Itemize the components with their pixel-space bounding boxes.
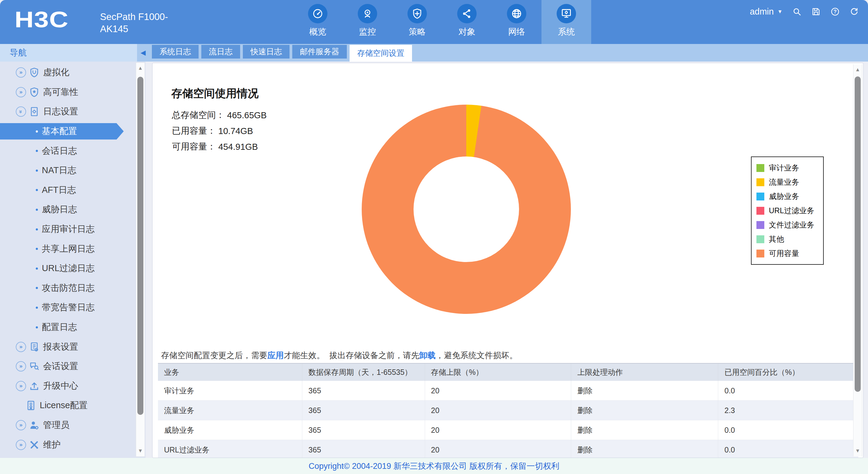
nav-item-系统[interactable]: 系统 xyxy=(541,0,591,44)
sidebar-item-URL过滤日志[interactable]: URL过滤日志 xyxy=(0,259,134,278)
storage-table: 业务数据保存周期（天，1-65535）存储上限（%）上限处理动作已用空间百分比（… xyxy=(158,364,858,458)
sidebar-item-攻击防范日志[interactable]: 攻击防范日志 xyxy=(0,278,134,298)
sidebar-item-partial[interactable]: » xyxy=(0,454,134,458)
expand-icon[interactable]: » xyxy=(16,440,26,450)
table-row-流量业务[interactable]: 流量业务36520删除2.3 xyxy=(158,401,858,420)
help-icon: ? xyxy=(830,7,840,17)
product-title-line1: SecPath F1000- xyxy=(100,11,168,23)
chat-icon xyxy=(29,361,40,372)
column-header: 数据保存周期（天，1-65535） xyxy=(302,364,425,381)
nav-label: 策略 xyxy=(409,26,426,38)
top-nav: 概览监控策略对象网络系统 xyxy=(293,0,591,44)
user-menu[interactable]: admin xyxy=(750,7,774,17)
scroll-down-icon[interactable]: ▼ xyxy=(854,448,862,454)
logout-button[interactable] xyxy=(849,7,859,17)
nav-icon-circle xyxy=(457,4,476,23)
save-icon xyxy=(811,7,821,17)
chevron-down-icon[interactable]: ▼ xyxy=(777,9,782,15)
expand-icon[interactable]: » xyxy=(16,381,26,391)
table-row-威胁业务[interactable]: 威胁业务36520删除0.0 xyxy=(158,420,858,440)
table-cell: URL过滤业务 xyxy=(158,440,302,458)
tab-存储空间设置[interactable]: 存储空间设置 xyxy=(349,45,412,62)
sidebar-item-虚拟化[interactable]: »虚拟化 xyxy=(0,63,134,83)
sidebar-item-高可靠性[interactable]: »高可靠性 xyxy=(0,83,134,102)
nav-label: 系统 xyxy=(558,26,575,38)
sidebar-item-会话日志[interactable]: 会话日志 xyxy=(0,141,134,161)
sidebar-item-label: 管理员 xyxy=(43,419,69,431)
expand-icon[interactable]: » xyxy=(16,342,26,352)
scroll-down-icon[interactable]: ▼ xyxy=(136,448,145,454)
doc-report-icon xyxy=(29,342,40,352)
sidebar-item-威胁日志[interactable]: 威胁日志 xyxy=(0,200,134,219)
expand-icon[interactable]: » xyxy=(16,67,26,78)
sidebar-item-label: 会话设置 xyxy=(43,360,78,373)
sidebar-item-共享上网日志[interactable]: 共享上网日志 xyxy=(0,239,134,259)
legend-swatch xyxy=(756,192,764,201)
expand-icon[interactable]: » xyxy=(16,361,26,372)
bullet-icon xyxy=(36,248,38,250)
sidebar-scrollbar[interactable]: ▲ ▼ xyxy=(136,62,145,457)
nav-item-对象[interactable]: 对象 xyxy=(442,0,492,44)
table-row-审计业务[interactable]: 审计业务36520删除0.0 xyxy=(158,381,858,401)
sidebar-item-AFT日志[interactable]: AFT日志 xyxy=(0,180,134,200)
sidebar-scroll-thumb[interactable] xyxy=(137,77,144,415)
unmount-link[interactable]: 卸载 xyxy=(419,351,436,360)
sidebar-item-label: 威胁日志 xyxy=(42,204,77,216)
table-cell: 20 xyxy=(425,440,571,458)
sidebar-item-应用审计日志[interactable]: 应用审计日志 xyxy=(0,219,134,239)
storage-table-wrap: 业务数据保存周期（天，1-65535）存储上限（%）上限处理动作已用空间百分比（… xyxy=(158,363,858,458)
sidebar-item-管理员[interactable]: »管理员 xyxy=(0,415,134,435)
bullet-icon xyxy=(36,306,38,309)
sidebar-item-日志设置[interactable]: »日志设置 xyxy=(0,102,134,122)
sidebar-item-label: 应用审计日志 xyxy=(42,223,95,235)
scroll-up-icon[interactable]: ▲ xyxy=(136,65,145,71)
column-header: 已用空间百分比（%） xyxy=(718,364,858,381)
sidebar-item-带宽告警日志[interactable]: 带宽告警日志 xyxy=(0,298,134,318)
bullet-icon xyxy=(36,209,38,211)
sidebar-item-配置日志[interactable]: 配置日志 xyxy=(0,318,134,337)
doc-report-icon xyxy=(29,342,40,352)
tab-bar: 系统日志流日志快速日志邮件服务器存储空间设置 xyxy=(149,44,868,62)
help-button[interactable]: ? xyxy=(830,7,840,17)
stat-line: 可用容量： 454.91GB xyxy=(172,139,267,155)
apply-link[interactable]: 应用 xyxy=(268,351,284,360)
scroll-up-icon[interactable]: ▲ xyxy=(854,67,862,73)
shield-plus-icon xyxy=(411,8,423,20)
main-scrollbar[interactable]: ▲ ▼ xyxy=(853,64,862,456)
license-icon xyxy=(26,400,36,411)
nav-item-策略[interactable]: 策略 xyxy=(392,0,442,44)
nav-item-网络[interactable]: 网络 xyxy=(492,0,541,44)
tab-邮件服务器[interactable]: 邮件服务器 xyxy=(292,45,347,59)
sidebar-item-label: 日志设置 xyxy=(43,106,78,118)
save-button[interactable] xyxy=(811,7,821,17)
nav-item-监控[interactable]: 监控 xyxy=(343,0,392,44)
upload-icon xyxy=(29,381,40,391)
sidebar-item-基本配置[interactable]: 基本配置 xyxy=(0,122,134,141)
nav-icon-circle xyxy=(358,4,377,23)
table-row-URL过滤业务[interactable]: URL过滤业务36520删除0.0 xyxy=(158,440,858,458)
sidebar-item-NAT日志[interactable]: NAT日志 xyxy=(0,161,134,180)
search-button[interactable] xyxy=(792,7,802,17)
stat-value: 465.65GB xyxy=(225,110,267,120)
app-header: H3C SecPath F1000- AK145 概览监控策略对象网络系统 ad… xyxy=(0,0,868,44)
sidebar-item-License配置[interactable]: License配置 xyxy=(0,396,134,415)
legend-swatch xyxy=(756,164,764,172)
main-scroll-thumb[interactable] xyxy=(855,77,861,392)
expand-icon[interactable]: » xyxy=(16,420,26,430)
sidebar-item-维护[interactable]: »维护 xyxy=(0,435,134,454)
sidebar-item-升级中心[interactable]: »升级中心 xyxy=(0,376,134,396)
expand-icon[interactable]: » xyxy=(16,87,26,97)
nav-item-概览[interactable]: 概览 xyxy=(293,0,343,44)
tools-icon xyxy=(29,439,40,450)
stat-value: 10.74GB xyxy=(216,126,253,136)
note-part3: ，避免系统文件损坏。 xyxy=(436,351,518,360)
expand-icon[interactable]: » xyxy=(16,107,26,117)
sidebar-item-会话设置[interactable]: »会话设置 xyxy=(0,357,134,376)
legend-item-URL过滤业务: URL过滤业务 xyxy=(756,204,823,218)
sidebar-collapse-button[interactable]: ◀ xyxy=(137,44,149,62)
tab-流日志[interactable]: 流日志 xyxy=(201,45,240,59)
sidebar-item-报表设置[interactable]: »报表设置 xyxy=(0,337,134,357)
sidebar: »虚拟化»高可靠性»日志设置基本配置会话日志NAT日志AFT日志威胁日志应用审计… xyxy=(0,62,146,458)
tab-快速日志[interactable]: 快速日志 xyxy=(243,45,289,59)
tab-系统日志[interactable]: 系统日志 xyxy=(152,45,198,59)
